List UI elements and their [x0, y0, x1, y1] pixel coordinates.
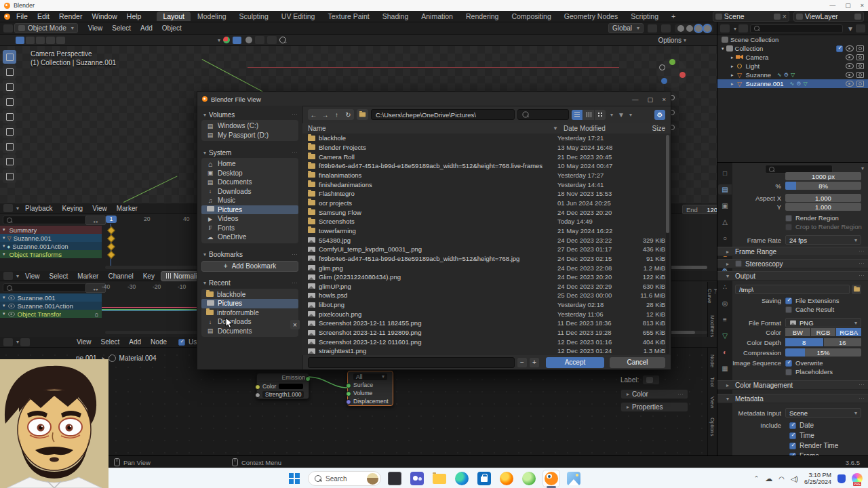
expand-icon[interactable]: ▸ — [731, 55, 734, 60]
tab-options[interactable]: Options — [709, 418, 715, 436]
eye-icon[interactable] — [846, 45, 854, 52]
rotate-tool[interactable] — [3, 95, 16, 108]
select-box-icon[interactable] — [26, 37, 35, 44]
tab-texture[interactable]: ▦ — [718, 363, 732, 373]
column-size[interactable]: Size — [637, 125, 665, 132]
view-horizontal-list-icon[interactable] — [583, 110, 594, 120]
editor-type-icon[interactable] — [3, 272, 13, 280]
tab-particles[interactable]: ∴ — [718, 282, 732, 292]
options-button[interactable]: Options — [658, 37, 682, 44]
file-row[interactable]: Blender Projects 13 May 2024 16:48 — [302, 143, 671, 152]
shading-wireframe-icon[interactable] — [677, 25, 684, 32]
menu-item[interactable]: File — [12, 12, 33, 21]
search-highlight-image[interactable] — [367, 473, 378, 485]
file-row[interactable]: ComfyUI_temp_kvpdm_00031_.png 27 Dec 202… — [302, 245, 671, 254]
menu-item[interactable]: Window — [87, 12, 121, 21]
workspace-tab[interactable]: Animation — [415, 12, 459, 21]
menu-item[interactable]: View — [87, 204, 112, 213]
file-row[interactable]: FlashIntegro 18 Nov 2023 15:53 — [302, 189, 671, 199]
file-list-scrollbar[interactable] — [666, 135, 669, 354]
brush-sphere-icon[interactable] — [245, 37, 252, 43]
menu-item[interactable]: Render — [54, 12, 87, 21]
system-header[interactable]: ▾ System — [197, 148, 302, 157]
maximize-icon[interactable]: ▢ — [845, 2, 851, 9]
expand-icon[interactable]: ▸ — [731, 81, 734, 87]
channel-row[interactable]: ▾ Suzanne.001Action — [0, 302, 102, 310]
file-format-row[interactable]: File Format PNG▾ — [732, 318, 867, 327]
menu-item[interactable]: Select — [45, 272, 73, 281]
strength-socket[interactable] — [255, 392, 260, 398]
color-swatch[interactable] — [279, 384, 303, 389]
channel-row[interactable]: ▾ Suzanne.001 — [0, 293, 102, 302]
color-panel[interactable]: ▸Color — [620, 389, 688, 399]
add-bookmark-button[interactable]: + Add Bookmark — [201, 261, 298, 272]
collection-row[interactable]: ▾ Collection — [717, 44, 868, 53]
eye-icon[interactable] — [8, 311, 15, 316]
include-checkbox[interactable] — [789, 432, 796, 439]
refresh-button[interactable]: ↻ — [342, 109, 354, 120]
menu-item[interactable]: Object — [157, 24, 186, 33]
tab-node[interactable]: Node — [709, 354, 715, 367]
taskbar-explorer[interactable] — [431, 470, 448, 487]
tab-scene[interactable]: △ — [718, 217, 732, 227]
accept-button[interactable]: Accept — [546, 357, 604, 368]
select-box-tool[interactable] — [3, 50, 16, 64]
placeholders-row[interactable]: Placeholders — [732, 368, 867, 375]
file-row[interactable]: glimUP.png 24 Dec 2023 20:29 630 KiB — [302, 282, 671, 291]
volume-item[interactable]: My Passport (D:) — [201, 131, 298, 140]
menu-item[interactable]: Keying — [58, 204, 88, 213]
path-field[interactable]: C:\Users\chepe\OneDrive\Pictures\ — [371, 109, 515, 120]
system-item[interactable]: Fonts — [201, 224, 298, 233]
select-paint-icon[interactable] — [56, 37, 65, 44]
stereoscopy-checkbox[interactable] — [735, 260, 742, 267]
placeholders-checkbox[interactable] — [785, 369, 792, 375]
tray-chevron-icon[interactable]: ⌃ — [754, 475, 760, 482]
volume-item[interactable]: Windows (C:) — [201, 121, 298, 131]
chevron-down-icon[interactable]: ▾ — [610, 112, 613, 118]
file-row[interactable]: Camera Roll 21 Dec 2023 20:45 — [302, 152, 671, 161]
measure-tool[interactable] — [3, 155, 16, 168]
file-row[interactable]: pixelcouch.png Yesterday 11:06 12 KiB — [302, 309, 671, 319]
scene-collection-row[interactable]: Scene Collection — [717, 35, 868, 44]
eye-icon[interactable] — [846, 81, 854, 87]
filter-funnel-icon[interactable]: ▼ — [618, 111, 625, 119]
file-row[interactable]: Samsung Flow 24 Dec 2023 20:20 — [302, 207, 671, 217]
render-region-checkbox[interactable] — [785, 215, 792, 222]
editor-type-icon[interactable] — [3, 24, 13, 33]
file-row[interactable]: Glim (20231224080434).png 24 Dec 2023 20… — [302, 272, 671, 282]
file-row[interactable]: howls.psd 25 Dec 2023 00:00 11.6 MiB — [302, 291, 671, 300]
chevron-down-icon[interactable]: ▾ — [629, 112, 632, 118]
menu-item[interactable]: Marker — [112, 204, 142, 213]
expand-icon[interactable]: ▸ — [731, 64, 734, 69]
expand-icon[interactable]: ▸ — [731, 73, 734, 78]
color-management-section[interactable]: ▸ Color Management — [717, 380, 868, 390]
menu-item[interactable]: Select — [96, 338, 125, 346]
tab-fcurve[interactable]: F-Curve — [707, 289, 717, 306]
shading-material-icon[interactable] — [695, 25, 702, 32]
recent-item[interactable]: Pictures — [201, 299, 298, 308]
brush-stroke-icon[interactable] — [267, 36, 277, 44]
file-row[interactable]: glim.png 24 Dec 2023 22:08 1.2 MiB — [302, 263, 671, 272]
clear-recent-button[interactable]: × — [290, 320, 300, 329]
tab-material[interactable]: ◐ — [718, 347, 732, 357]
file-search-field[interactable] — [517, 109, 569, 120]
workspace-tab[interactable]: Scripting — [625, 12, 665, 21]
recent-item[interactable]: blackhole — [201, 290, 298, 300]
file-row[interactable]: Screenshot 2023-12-11 182455.png 11 Dec … — [302, 319, 671, 328]
notification-bell-icon[interactable] — [837, 474, 846, 483]
mode-selector[interactable]: Object Mode ▾ — [14, 23, 78, 33]
material-output-node[interactable]: All ▾ Surface Volume Displacement — [347, 371, 393, 406]
select-circle-icon[interactable] — [36, 37, 45, 44]
workspace-tab[interactable]: Geometry Nodes — [558, 12, 624, 21]
file-row[interactable]: ocr projects 01 Jun 2024 20:25 — [302, 199, 671, 208]
menu-item[interactable]: Playback — [20, 204, 58, 213]
include-option[interactable]: Render Time — [789, 441, 838, 451]
overwrite-row[interactable]: Image Sequence Overwrite — [732, 359, 867, 367]
scene-selector[interactable]: Scene × — [713, 12, 789, 22]
orientation-selector[interactable]: Global ▾ — [608, 23, 644, 33]
eye-icon[interactable] — [8, 303, 15, 308]
expand-icon[interactable]: ▾ — [3, 227, 5, 232]
file-row[interactable]: finishedanimations Yesterday 14:41 — [302, 180, 671, 189]
sort-desc-icon[interactable]: ▼ — [553, 125, 558, 131]
workspace-tab[interactable]: Rendering — [460, 12, 505, 21]
